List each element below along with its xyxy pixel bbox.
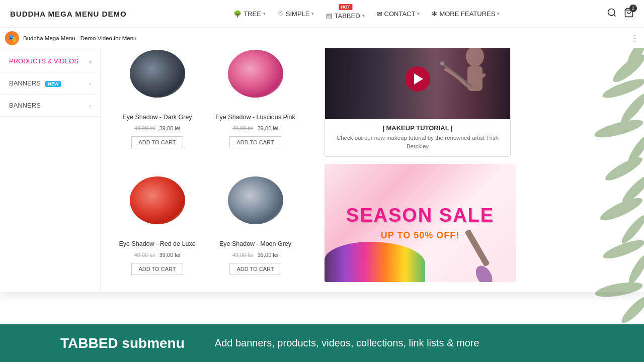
video-description: | MAKEUP TUTORIAL | Check out our new ma… [325, 119, 510, 156]
add-to-cart-button[interactable]: ADD TO CART [131, 263, 184, 275]
sidebar-item-products-videos[interactable]: PRODUCTS & VIDEOS › [0, 50, 100, 72]
nav-label-contact: CONTACT [384, 10, 416, 18]
nav-label-tabbed: TABBED [334, 12, 360, 20]
eyeshadow-swatch-dark-grey [130, 50, 185, 98]
chevron-right-icon: › [89, 58, 91, 64]
svg-rect-7 [464, 229, 490, 266]
sidebar-tabs: LINK LISTS › PRODUCTS & VIDEOS › BANNERS… [0, 28, 101, 292]
video-desc-title: | MAKEUP TUTORIAL | [332, 124, 503, 132]
eyeshadow-swatch-moon-grey [228, 176, 283, 224]
product-pricing: 49,00 lei 39,00 lei [113, 250, 201, 259]
product-pricing: 49,00 lei 39,00 lei [211, 123, 299, 132]
tree-icon: 🌳 [233, 10, 242, 18]
add-to-cart-button[interactable]: ADD TO CART [229, 263, 282, 275]
svg-point-0 [608, 9, 614, 15]
new-badge: NEW [45, 81, 61, 87]
sidebar-tab-label: PRODUCTS & VIDEOS [9, 57, 78, 65]
product-pricing: 49,00 lei 39,00 lei [211, 250, 299, 259]
video-card: 🎭 Buddha Mega Menu - Demo Video for Menu… [325, 38, 511, 157]
sidebar-item-banners[interactable]: BANNERS › [0, 95, 100, 117]
chevron-right-icon: › [89, 80, 91, 86]
svg-point-22 [618, 293, 644, 325]
product-name: Eye Shadow - Luscious Pink [211, 114, 299, 121]
eyeshadow-swatch-red [130, 176, 185, 224]
header-icons: 2 [607, 8, 634, 20]
nav-item-tabbed[interactable]: HOT ▤ TABBED ▾ [321, 5, 369, 23]
heart-icon: ♡ [278, 10, 284, 18]
cart-count: 2 [629, 5, 637, 12]
sidebar-tab-label: BANNERS [9, 102, 41, 109]
play-button[interactable] [405, 66, 430, 92]
product-name: Eye Shadow - Dark Grey [113, 114, 201, 121]
product-price-new: 39,00 lei [258, 252, 279, 258]
nav-label-simple: SIMPLE [286, 10, 310, 18]
cart-button[interactable]: 2 [624, 8, 634, 20]
sidebar-item-banners-new[interactable]: BANNERS NEW › [0, 72, 100, 95]
sale-title: SEASON SALE [346, 205, 494, 226]
product-price-old: 49,00 lei [232, 252, 254, 258]
nav-item-tree[interactable]: 🌳 TREE ▾ [228, 7, 271, 21]
site-logo[interactable]: BUDDHA MEGA MENU DEMO [10, 10, 127, 18]
product-name: Eye Shadow - Red de Luxe [113, 240, 201, 247]
product-pricing: 49,00 lei 39,00 lei [113, 123, 201, 132]
tabbed-icon: ▤ [326, 12, 332, 20]
product-price-old: 49,00 lei [232, 125, 254, 131]
video-thumbnail[interactable] [325, 39, 510, 119]
product-image [220, 38, 291, 109]
sale-subtitle: UP TO 50% OFF! [381, 230, 459, 241]
video-silhouette [440, 44, 500, 114]
chevron-down-icon: ▾ [263, 11, 266, 16]
video-desc-text: Check out our new makeup tutorial by the… [332, 134, 503, 151]
nav-label-tree: TREE [244, 10, 261, 18]
mail-icon: ✉ [377, 10, 382, 18]
search-button[interactable] [607, 8, 617, 20]
product-card: Eye Shadow - Luscious Pink 49,00 lei 39,… [211, 38, 299, 155]
add-to-cart-button[interactable]: ADD TO CART [131, 136, 184, 148]
product-image [220, 165, 291, 235]
product-price-new: 39,00 lei [159, 252, 181, 258]
sale-brush-deco [450, 217, 516, 282]
footer-bar: TABBED submenu Add banners, products, vi… [0, 324, 644, 362]
chevron-down-icon: ▾ [311, 11, 314, 16]
hot-badge: HOT [339, 4, 352, 10]
product-price-old: 49,00 lei [134, 125, 155, 131]
nav-label-more-features: MORE FEATURES [439, 10, 495, 18]
svg-point-8 [472, 262, 496, 282]
header: BUDDHA MEGA MENU DEMO 🌳 TREE ▾ ♡ SIMPLE … [0, 0, 644, 28]
main-nav: 🌳 TREE ▾ ♡ SIMPLE ▾ HOT ▤ TABBED ▾ ✉ CON… [228, 5, 505, 23]
product-price-old: 49,00 lei [134, 252, 155, 258]
svg-point-6 [440, 61, 444, 65]
svg-line-1 [614, 14, 616, 16]
eyeshadow-swatch-pink [228, 50, 283, 98]
chevron-right-icon: › [89, 103, 91, 109]
mega-menu: LINK LISTS › PRODUCTS & VIDEOS › BANNERS… [0, 28, 644, 292]
sale-powders-deco [325, 242, 425, 282]
products-grid: Eye Shadow - Dark Grey 49,00 lei 39,00 l… [113, 38, 299, 282]
product-name: Eye Shadow - Moon Grey [211, 240, 299, 247]
product-card: Eye Shadow - Moon Grey 49,00 lei 39,00 l… [211, 165, 299, 282]
product-card: Eye Shadow - Dark Grey 49,00 lei 39,00 l… [113, 38, 201, 155]
mega-content: Eye Shadow - Dark Grey 49,00 lei 39,00 l… [101, 28, 644, 292]
product-image [122, 38, 193, 109]
chevron-down-icon: ▾ [417, 11, 420, 16]
sidebar-tab-label: BANNERS NEW [9, 79, 61, 87]
product-price-new: 39,00 lei [159, 125, 181, 131]
product-image [122, 165, 193, 235]
footer-label: TABBED submenu [60, 335, 185, 351]
footer-description: Add banners, products, videos, collectio… [215, 337, 479, 349]
svg-point-3 [466, 46, 484, 66]
nav-item-more-features[interactable]: ✻ MORE FEATURES ▾ [427, 7, 505, 21]
nav-item-contact[interactable]: ✉ CONTACT ▾ [372, 7, 425, 21]
settings-icon: ✻ [432, 10, 437, 18]
chevron-down-icon: ▾ [362, 13, 365, 18]
chevron-down-icon: ▾ [497, 11, 500, 16]
right-panel: 🎭 Buddha Mega Menu - Demo Video for Menu… [314, 38, 511, 282]
product-price-new: 39,00 lei [258, 125, 279, 131]
product-card: Eye Shadow - Red de Luxe 49,00 lei 39,00… [113, 165, 201, 282]
sale-banner[interactable]: SEASON SALE UP TO 50% OFF! [325, 164, 516, 282]
nav-item-simple[interactable]: ♡ SIMPLE ▾ [273, 7, 319, 21]
video-title: Buddha Mega Menu - Demo Video for Menu [325, 38, 511, 41]
video-title-bar: 🎭 Buddha Mega Menu - Demo Video for Menu… [325, 38, 511, 48]
add-to-cart-button[interactable]: ADD TO CART [229, 136, 282, 148]
